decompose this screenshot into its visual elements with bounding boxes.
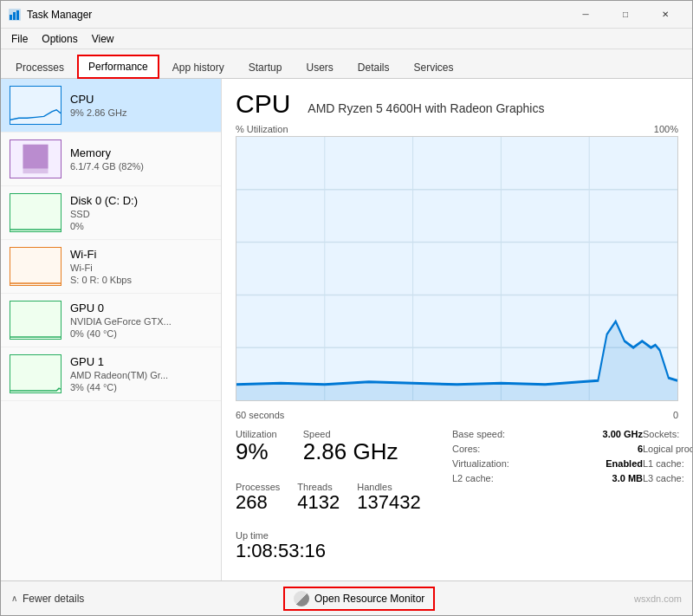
stats-right: Base speed: 3.00 GHz Sockets: 1 Cores: 6… <box>452 429 692 570</box>
disk-sub1: SSD <box>70 209 212 219</box>
gpu1-mini-graph <box>10 354 62 393</box>
tab-services[interactable]: Services <box>403 55 465 79</box>
titlebar: Task Manager ─ □ ✕ <box>1 1 692 29</box>
menu-view[interactable]: View <box>85 31 121 47</box>
speed-block: Speed 2.86 GHz <box>303 429 398 464</box>
footer: ∧ Fewer details Open Resource Monitor ws… <box>1 580 692 615</box>
watermark: wsxdn.com <box>634 593 682 604</box>
memory-info: Memory 6.1/7.4 GB (82%) <box>70 146 212 172</box>
memory-sub: 6.1/7.4 GB (82%) <box>70 161 212 172</box>
app-icon <box>8 8 22 22</box>
tab-app-history[interactable]: App history <box>161 55 236 79</box>
sidebar: CPU 9% 2.86 GHz Memory 6.1/7.4 GB (82%) <box>1 79 222 580</box>
y-axis-label: % Utilization <box>236 124 288 134</box>
stats-area: Utilization 9% Speed 2.86 GHz Processes … <box>236 429 678 570</box>
cpu-sub: 9% 2.86 GHz <box>70 107 212 118</box>
svg-rect-9 <box>10 248 61 285</box>
l2-key: L2 cache: <box>452 473 565 483</box>
maximize-button[interactable]: □ <box>606 1 645 29</box>
base-speed-key: Base speed: <box>452 429 565 439</box>
processes-block: Processes 268 <box>236 482 280 513</box>
logical-row: Logical processors: 12 <box>643 444 692 454</box>
graph-top-labels: % Utilization 100% <box>236 124 678 134</box>
tabbar: Processes Performance App history Startu… <box>1 49 692 79</box>
sidebar-item-disk[interactable]: Disk 0 (C: D:) SSD 0% <box>1 186 221 240</box>
tab-users[interactable]: Users <box>295 55 344 79</box>
disk-name: Disk 0 (C: D:) <box>70 194 212 207</box>
open-resource-monitor-button[interactable]: Open Resource Monitor <box>283 587 435 611</box>
gpu1-sub2: 3% (44 °C) <box>70 382 212 392</box>
cpu-info: CPU 9% 2.86 GHz <box>70 93 212 118</box>
threads-value: 4132 <box>297 492 340 513</box>
base-speed-val: 3.00 GHz <box>603 429 643 439</box>
chevron-icon: ∧ <box>11 593 17 603</box>
menu-options[interactable]: Options <box>35 31 84 47</box>
x-left-label: 60 seconds <box>236 410 284 420</box>
cpu-mini-graph <box>10 86 62 125</box>
disk-mini-graph <box>10 193 62 232</box>
handles-label: Handles <box>357 482 420 492</box>
speed-value: 2.86 GHz <box>303 439 398 464</box>
svg-rect-2 <box>13 12 16 20</box>
tab-performance[interactable]: Performance <box>77 55 159 79</box>
processes-value: 268 <box>236 492 280 513</box>
tab-processes[interactable]: Processes <box>4 55 75 79</box>
svg-rect-11 <box>10 355 61 392</box>
uptime-label: Up time <box>236 530 452 541</box>
sidebar-item-memory[interactable]: Memory 6.1/7.4 GB (82%) <box>1 133 221 186</box>
open-monitor-label: Open Resource Monitor <box>314 593 424 605</box>
svg-rect-10 <box>10 302 61 339</box>
stats-left: Utilization 9% Speed 2.86 GHz Processes … <box>236 429 452 570</box>
l2-row: L2 cache: 3.0 MB <box>452 473 643 483</box>
wifi-name: Wi-Fi <box>70 248 212 261</box>
close-button[interactable]: ✕ <box>645 1 685 29</box>
window-controls: ─ □ ✕ <box>566 1 685 29</box>
l3-key: L3 cache: <box>643 473 692 483</box>
threads-label: Threads <box>297 482 340 492</box>
monitor-icon <box>294 591 309 606</box>
panel-title: CPU <box>236 89 290 119</box>
memory-mini-graph <box>10 139 62 178</box>
tab-startup[interactable]: Startup <box>237 55 294 79</box>
base-speed-row: Base speed: 3.00 GHz <box>452 429 643 439</box>
svg-rect-3 <box>16 10 19 20</box>
cores-key: Cores: <box>452 444 565 454</box>
virtualization-row: Virtualization: Enabled <box>452 458 643 469</box>
graph-bottom-labels: 60 seconds 0 <box>236 410 678 420</box>
l1-row: L1 cache: 384 KB <box>643 458 692 469</box>
virtualization-key: Virtualization: <box>452 458 565 469</box>
gpu1-sub1: AMD Radeon(TM) Gr... <box>70 370 212 380</box>
fewer-details-section[interactable]: ∧ Fewer details <box>11 593 84 605</box>
svg-rect-1 <box>10 15 12 20</box>
sidebar-item-cpu[interactable]: CPU 9% 2.86 GHz <box>1 79 221 133</box>
minimize-button[interactable]: ─ <box>566 1 606 29</box>
tab-details[interactable]: Details <box>346 55 401 79</box>
sidebar-item-gpu0[interactable]: GPU 0 NVIDIA GeForce GTX... 0% (40 °C) <box>1 294 221 347</box>
logical-key: Logical processors: <box>643 444 692 454</box>
task-manager-window: Task Manager ─ □ ✕ File Options View Pro… <box>0 0 693 616</box>
l2-val: 3.0 MB <box>612 473 643 483</box>
utilization-block: Utilization 9% <box>236 429 277 464</box>
gpu0-sub2: 0% (40 °C) <box>70 328 212 339</box>
sockets-key: Sockets: <box>643 429 692 439</box>
uptime-block: Up time 1:08:53:16 <box>236 530 452 561</box>
disk-sub2: 0% <box>70 221 212 231</box>
wifi-mini-graph <box>10 247 62 286</box>
svg-rect-8 <box>10 194 61 231</box>
processes-label: Processes <box>236 482 280 492</box>
y-max-label: 100% <box>654 124 678 134</box>
sidebar-item-gpu1[interactable]: GPU 1 AMD Radeon(TM) Gr... 3% (44 °C) <box>1 347 221 401</box>
sidebar-item-wifi[interactable]: Wi-Fi Wi-Fi S: 0 R: 0 Kbps <box>1 240 221 294</box>
cores-row: Cores: 6 <box>452 444 643 454</box>
l1-key: L1 cache: <box>643 458 692 469</box>
threads-block: Threads 4132 <box>297 482 340 513</box>
panel-header: CPU AMD Ryzen 5 4600H with Radeon Graphi… <box>236 89 678 119</box>
handles-block: Handles 137432 <box>357 482 420 513</box>
wifi-sub1: Wi-Fi <box>70 263 212 273</box>
uptime-value: 1:08:53:16 <box>236 541 452 561</box>
virtualization-val: Enabled <box>606 458 643 469</box>
gpu0-mini-graph <box>10 301 62 340</box>
menu-file[interactable]: File <box>4 31 35 47</box>
panel-subtitle: AMD Ryzen 5 4600H with Radeon Graphics <box>308 101 544 115</box>
handles-value: 137432 <box>357 492 420 513</box>
